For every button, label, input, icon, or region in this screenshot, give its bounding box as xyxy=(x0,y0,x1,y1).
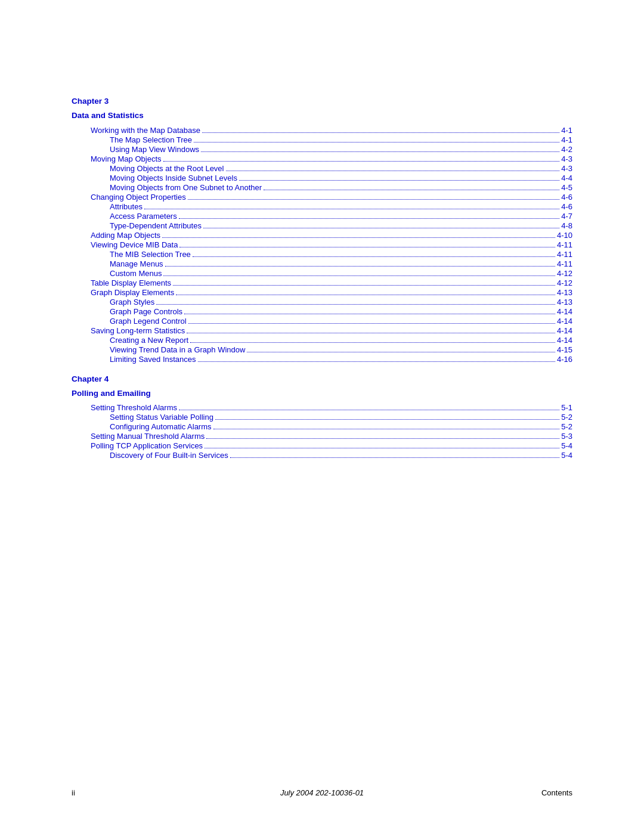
entry-dots xyxy=(173,285,555,286)
entry-text: Moving Objects at the Root Level xyxy=(110,164,224,173)
entry-text: Custom Menus xyxy=(110,269,162,278)
toc-entry[interactable]: Setting Manual Threshold Alarms5-3 xyxy=(72,432,572,441)
entry-text: Type-Dependent Attributes xyxy=(110,221,202,230)
footer-center: July 2004 202-10036-01 xyxy=(280,788,364,797)
entry-page: 4-15 xyxy=(557,345,572,354)
toc-entry[interactable]: Polling TCP Application Services5-4 xyxy=(72,441,572,450)
toc-entry[interactable]: Using Map View Windows4-2 xyxy=(72,145,572,154)
toc-entry[interactable]: Adding Map Objects4-10 xyxy=(72,231,572,240)
entry-page: 5-4 xyxy=(561,441,572,450)
entry-page: 4-12 xyxy=(557,278,572,287)
entry-dots xyxy=(264,190,559,190)
toc-entry[interactable]: Creating a New Report4-14 xyxy=(72,336,572,345)
toc-entry[interactable]: Graph Legend Control4-14 xyxy=(72,317,572,326)
entry-page: 4-11 xyxy=(557,259,572,268)
entry-page: 4-6 xyxy=(561,193,572,202)
chapter-title-chapter3: Data and Statistics xyxy=(72,109,572,123)
entry-page: 5-4 xyxy=(561,451,572,460)
entry-dots xyxy=(194,142,559,143)
entry-page: 4-14 xyxy=(557,307,572,316)
entry-dots xyxy=(190,342,555,343)
entry-page: 4-2 xyxy=(561,145,572,154)
entry-dots xyxy=(184,314,555,314)
entry-text: Setting Manual Threshold Alarms xyxy=(91,432,205,441)
toc-entry[interactable]: The Map Selection Tree4-1 xyxy=(72,135,572,144)
entry-text: Graph Display Elements xyxy=(91,288,174,297)
toc-entry[interactable]: Custom Menus4-12 xyxy=(72,269,572,278)
entry-text: Working with the Map Database xyxy=(91,126,200,135)
footer: ii July 2004 202-10036-01 Contents xyxy=(72,788,572,797)
entry-text: Graph Page Controls xyxy=(110,307,182,316)
toc-entry[interactable]: The MIB Selection Tree4-11 xyxy=(72,250,572,259)
entry-dots xyxy=(188,323,555,324)
entry-dots xyxy=(156,304,555,305)
entry-text: Table Display Elements xyxy=(91,278,171,287)
toc-entry[interactable]: Limiting Saved Instances4-16 xyxy=(72,355,572,364)
entry-text: Access Parameters xyxy=(110,212,177,221)
chapter-block-chapter4: Chapter 4Polling and EmailingSetting Thr… xyxy=(72,373,572,460)
chapter-block-chapter3: Chapter 3Data and StatisticsWorking with… xyxy=(72,95,572,364)
toc-entry[interactable]: Configuring Automatic Alarms5-2 xyxy=(72,422,572,431)
entry-text: Viewing Device MIB Data xyxy=(91,240,178,249)
chapter-label-chapter4: Chapter 4 xyxy=(72,373,572,385)
toc-entry[interactable]: Moving Objects Inside Subnet Levels4-4 xyxy=(72,174,572,182)
entry-text: Changing Object Properties xyxy=(91,193,186,202)
entry-text: Polling TCP Application Services xyxy=(91,441,203,450)
entry-page: 4-12 xyxy=(557,269,572,278)
toc-entry[interactable]: Graph Page Controls4-14 xyxy=(72,307,572,316)
entry-page: 4-3 xyxy=(561,164,572,173)
chapter-title-chapter4: Polling and Emailing xyxy=(72,386,572,401)
entry-dots xyxy=(202,132,559,133)
entry-page: 4-10 xyxy=(557,231,572,240)
toc-entry[interactable]: Moving Objects from One Subnet to Anothe… xyxy=(72,183,572,192)
entry-text: The MIB Selection Tree xyxy=(110,250,191,259)
entry-dots xyxy=(201,151,559,152)
toc-entry[interactable]: Viewing Device MIB Data4-11 xyxy=(72,240,572,249)
toc-entry[interactable]: Moving Objects at the Root Level4-3 xyxy=(72,164,572,173)
footer-right: Contents xyxy=(541,788,572,797)
entry-dots xyxy=(165,266,555,267)
chapters-container: Chapter 3Data and StatisticsWorking with… xyxy=(72,95,572,460)
entry-page: 4-11 xyxy=(557,250,572,259)
entry-dots xyxy=(193,256,555,257)
entry-text: Setting Threshold Alarms xyxy=(91,403,177,412)
toc-entry[interactable]: Table Display Elements4-12 xyxy=(72,278,572,287)
entry-page: 4-3 xyxy=(561,154,572,163)
entry-page: 4-5 xyxy=(561,183,572,192)
toc-entry[interactable]: Moving Map Objects4-3 xyxy=(72,154,572,163)
entry-page: 4-14 xyxy=(557,336,572,345)
toc-entry[interactable]: Setting Status Variable Polling5-2 xyxy=(72,413,572,422)
entry-dots xyxy=(239,180,559,181)
toc-entry[interactable]: Graph Display Elements4-13 xyxy=(72,288,572,297)
chapter-label-chapter3: Chapter 3 xyxy=(72,95,572,107)
entry-text: Moving Objects from One Subnet to Anothe… xyxy=(110,183,262,192)
entry-text: Limiting Saved Instances xyxy=(110,355,196,364)
toc-entry[interactable]: Discovery of Four Built-in Services5-4 xyxy=(72,451,572,460)
entry-text: Configuring Automatic Alarms xyxy=(110,422,212,431)
page-container: Chapter 3Data and StatisticsWorking with… xyxy=(0,0,644,833)
entry-dots xyxy=(163,275,555,276)
entry-dots xyxy=(162,237,555,238)
entry-dots xyxy=(179,247,555,247)
entry-text: The Map Selection Tree xyxy=(110,135,192,144)
entry-text: Viewing Trend Data in a Graph Window xyxy=(110,345,245,354)
toc-entry[interactable]: Access Parameters4-7 xyxy=(72,212,572,221)
entry-page: 4-1 xyxy=(561,126,572,135)
toc-entry[interactable]: Attributes4-6 xyxy=(72,202,572,211)
toc-entry[interactable]: Saving Long-term Statistics4-14 xyxy=(72,326,572,335)
toc-entry[interactable]: Graph Styles4-13 xyxy=(72,298,572,306)
entry-page: 5-1 xyxy=(561,403,572,412)
entry-dots xyxy=(144,209,559,209)
entry-page: 4-16 xyxy=(557,355,572,364)
entry-text: Manage Menus xyxy=(110,259,163,268)
toc-entry[interactable]: Manage Menus4-11 xyxy=(72,259,572,268)
entry-dots xyxy=(226,171,560,171)
toc-entry[interactable]: Changing Object Properties4-6 xyxy=(72,193,572,202)
toc-entry[interactable]: Type-Dependent Attributes4-8 xyxy=(72,221,572,230)
entry-page: 5-3 xyxy=(561,432,572,441)
toc-entry[interactable]: Working with the Map Database4-1 xyxy=(72,126,572,135)
entry-dots xyxy=(247,352,555,352)
toc-entry[interactable]: Viewing Trend Data in a Graph Window4-15 xyxy=(72,345,572,354)
entry-text: Moving Objects Inside Subnet Levels xyxy=(110,174,237,182)
toc-entry[interactable]: Setting Threshold Alarms5-1 xyxy=(72,403,572,412)
